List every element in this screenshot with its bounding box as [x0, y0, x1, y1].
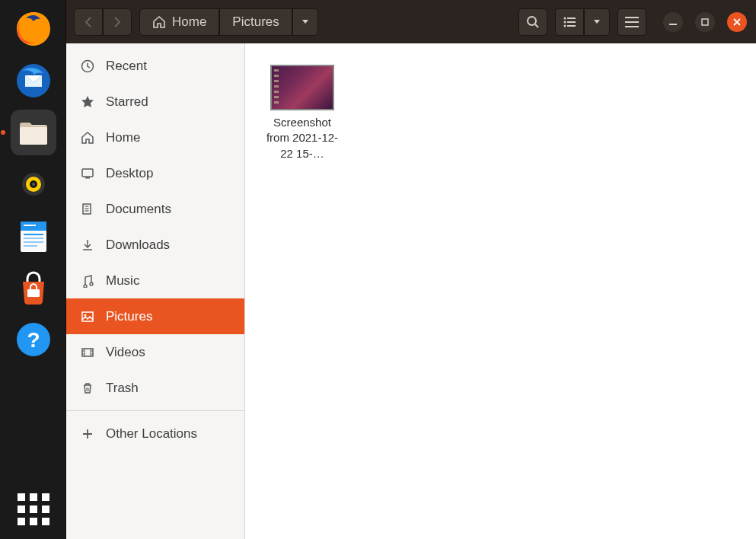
documents-icon [80, 203, 95, 216]
document-icon [16, 218, 51, 254]
caret-down-icon [593, 19, 601, 25]
sidebar-label: Music [106, 273, 139, 289]
sidebar-item-videos[interactable]: Videos [66, 334, 244, 370]
home-icon [152, 15, 166, 29]
svg-text:?: ? [27, 328, 40, 352]
sidebar-item-starred[interactable]: Starred [66, 84, 244, 120]
svg-point-23 [564, 21, 566, 23]
dock-rhythmbox[interactable] [11, 161, 56, 207]
apps-grid-icon [18, 493, 49, 525]
sidebar-item-pictures[interactable]: Pictures [66, 298, 244, 334]
list-view-button[interactable] [555, 8, 584, 36]
dock-files[interactable] [11, 110, 56, 155]
file-thumbnail [270, 65, 334, 110]
path-pictures[interactable]: Pictures [219, 8, 292, 36]
sidebar-item-recent[interactable]: Recent [66, 48, 244, 84]
svg-point-21 [564, 17, 566, 19]
downloads-icon [80, 238, 95, 252]
menu-icon [625, 17, 639, 27]
sidebar-item-documents[interactable]: Documents [66, 191, 244, 227]
sidebar-label: Other Locations [106, 426, 197, 442]
hamburger-menu[interactable] [617, 8, 646, 36]
chevron-left-icon [84, 17, 93, 27]
dock-thunderbird[interactable] [11, 58, 56, 104]
search-button[interactable] [518, 8, 547, 36]
svg-rect-28 [625, 21, 639, 23]
minimize-button[interactable] [663, 12, 683, 32]
desktop-icon [80, 167, 95, 180]
dock-firefox[interactable] [11, 6, 56, 52]
view-group [555, 8, 610, 36]
plus-icon [80, 428, 95, 440]
maximize-button[interactable] [695, 12, 715, 32]
path-home[interactable]: Home [139, 8, 219, 36]
path-dropdown[interactable] [292, 8, 318, 36]
svg-rect-11 [24, 225, 36, 226]
dock-writer[interactable] [11, 213, 56, 259]
firefox-icon [14, 10, 53, 48]
nav-buttons [74, 8, 132, 36]
sidebar: Recent Starred Home Desktop Documents Do… [66, 43, 245, 539]
path-home-label: Home [172, 14, 206, 30]
help-icon: ? [15, 321, 52, 358]
star-icon [80, 95, 95, 109]
svg-rect-34 [85, 177, 90, 179]
sidebar-item-desktop[interactable]: Desktop [66, 155, 244, 191]
svg-line-20 [535, 24, 538, 27]
sidebar-separator [66, 410, 244, 411]
sidebar-item-other-locations[interactable]: Other Locations [66, 416, 244, 451]
videos-icon [80, 346, 95, 359]
chevron-right-icon [113, 17, 122, 27]
dock-software[interactable] [11, 265, 56, 311]
svg-rect-15 [24, 245, 37, 247]
view-options-button[interactable] [584, 8, 610, 36]
dock: ? [0, 0, 66, 539]
dock-show-apps[interactable] [0, 493, 66, 525]
list-icon [563, 16, 576, 28]
window-controls [663, 12, 747, 32]
path-bar: Home Pictures [139, 8, 318, 36]
svg-rect-33 [82, 169, 93, 177]
shopping-bag-icon [15, 270, 52, 306]
sidebar-label: Starred [106, 94, 148, 110]
svg-point-25 [564, 24, 566, 27]
back-button[interactable] [74, 8, 103, 36]
home-icon [80, 131, 95, 145]
forward-button[interactable] [103, 8, 132, 36]
trash-icon [80, 381, 95, 395]
close-button[interactable] [727, 12, 747, 32]
dock-help[interactable]: ? [11, 317, 56, 362]
svg-point-8 [32, 183, 35, 186]
file-grid[interactable]: Screenshot from 2021-12-22 15-… [245, 43, 756, 539]
svg-rect-31 [702, 19, 708, 25]
svg-rect-14 [24, 241, 43, 243]
sidebar-item-downloads[interactable]: Downloads [66, 227, 244, 263]
sidebar-label: Downloads [106, 238, 170, 253]
svg-rect-30 [669, 24, 677, 25]
minimize-icon [669, 18, 677, 26]
sidebar-item-music[interactable]: Music [66, 263, 244, 298]
sidebar-item-home[interactable]: Home [66, 120, 244, 155]
svg-rect-40 [82, 312, 93, 321]
titlebar: Home Pictures [66, 0, 756, 43]
sidebar-label: Documents [106, 202, 171, 217]
svg-rect-24 [567, 21, 576, 23]
svg-rect-16 [27, 289, 40, 297]
svg-rect-3 [20, 127, 47, 145]
clock-icon [80, 59, 95, 73]
svg-point-19 [528, 17, 536, 25]
sidebar-item-trash[interactable]: Trash [66, 370, 244, 406]
caret-down-icon [301, 19, 309, 25]
file-item[interactable]: Screenshot from 2021-12-22 15-… [260, 65, 344, 161]
maximize-icon [701, 18, 709, 26]
svg-rect-42 [82, 349, 93, 356]
svg-rect-27 [625, 17, 639, 18]
svg-rect-26 [567, 25, 576, 27]
close-icon [733, 18, 741, 26]
sidebar-label: Home [106, 130, 140, 145]
window-body: Recent Starred Home Desktop Documents Do… [66, 43, 756, 539]
sidebar-label: Recent [106, 59, 147, 74]
thunderbird-icon [14, 62, 53, 100]
path-pictures-label: Pictures [232, 14, 279, 30]
sidebar-label: Desktop [106, 166, 153, 181]
